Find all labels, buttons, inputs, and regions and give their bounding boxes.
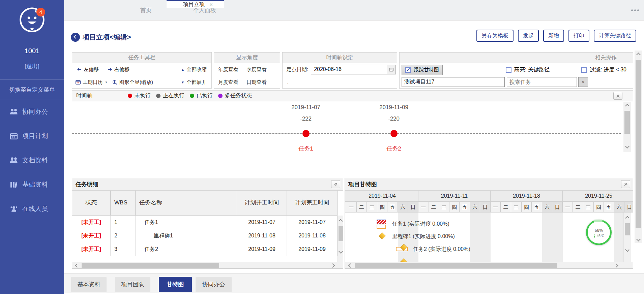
scroll-down-arrow[interactable] — [635, 235, 642, 243]
back-button[interactable] — [71, 33, 80, 42]
bottom-tab-project-team[interactable]: 项目团队 — [115, 277, 150, 292]
expand-right-panel-button[interactable] — [621, 180, 630, 188]
bottom-tab-gantt[interactable]: 甘特图 — [159, 277, 192, 292]
gantt-v-scrollbar[interactable] — [623, 213, 631, 262]
gantt-day-cell: 日 — [408, 202, 418, 212]
work-calendar-dropdown[interactable]: 工期日历 ▼ — [76, 79, 108, 86]
add-button[interactable]: 新增 — [543, 30, 564, 42]
track-gantt-toggle[interactable]: 跟踪甘特图 — [402, 65, 443, 75]
table-row[interactable]: [未开工] 1 任务1 2019-11-07 2019-11-07 — [72, 216, 338, 229]
track-gantt-checkbox[interactable] — [405, 67, 411, 73]
filter-progress-option[interactable]: 过滤: 进度 < 30 — [581, 66, 626, 73]
books-icon — [9, 181, 18, 188]
clear-search-button[interactable]: × — [578, 77, 588, 87]
scrollbar-thumb[interactable] — [355, 263, 557, 268]
search-task-input[interactable] — [507, 77, 577, 87]
highlight-critical-path-option[interactable]: 高亮: 关键路径 — [506, 66, 550, 73]
highlight-checkbox[interactable] — [506, 67, 511, 73]
fixed-date-input[interactable] — [311, 65, 387, 74]
sidebar-item-base-data[interactable]: 基础资料 — [0, 172, 64, 197]
gantt-row-label: 里程碑1 (实际进度 0.00%) — [392, 233, 455, 240]
performance-widget[interactable]: 68% 46°C — [586, 220, 612, 245]
scrollbar-thumb[interactable] — [82, 263, 219, 268]
scroll-left-arrow[interactable] — [74, 262, 80, 269]
sidebar-item-collab[interactable]: 协同办公 — [0, 100, 64, 124]
arrow-right-icon — [108, 67, 112, 71]
cell-wbs: 3 — [111, 242, 136, 256]
scroll-down-arrow[interactable] — [624, 246, 631, 253]
close-icon[interactable]: × — [209, 1, 213, 8]
scroll-down-arrow[interactable] — [623, 142, 631, 150]
task-dot[interactable] — [390, 130, 398, 137]
track-gantt-label: 跟踪甘特图 — [414, 67, 439, 73]
weekend-stripe — [542, 213, 563, 262]
save-as-template-button[interactable]: 另存为模板 — [476, 30, 514, 42]
gantt-milestone-diamond[interactable] — [379, 232, 386, 239]
scroll-right-arrow[interactable] — [613, 262, 619, 269]
calc-critical-path-button[interactable]: 计算关键路径 — [594, 30, 636, 42]
page-scrollbar[interactable] — [635, 51, 642, 243]
table-row[interactable]: [未开工] 3 任务2 2019-11-09 2019-11-09 — [72, 242, 338, 256]
gantt-actual-bar-task1[interactable] — [377, 225, 386, 229]
bottom-tab-collab[interactable]: 协同办公 — [196, 277, 232, 292]
gantt-plan-bar-task1[interactable] — [377, 220, 386, 224]
scrollbar-thumb[interactable] — [636, 60, 641, 228]
timeline-axis — [72, 133, 621, 134]
table-row[interactable]: [未开工] 2 里程碑1 2019-11-08 2019-11-08 — [72, 229, 338, 242]
collapse-all-button[interactable]: ▲ 全部收缩 — [181, 66, 207, 73]
notification-badge[interactable]: 4 — [36, 8, 45, 17]
view-month-button[interactable]: 月度查看 — [218, 79, 238, 86]
scroll-up-arrow[interactable] — [338, 218, 343, 224]
gantt-week-cell: 2019-11-04 — [346, 191, 418, 201]
shift-right-button[interactable]: 右偏移 — [108, 66, 129, 73]
timeline-canvas: 2019-11-07 -222 任务1 2019-11-09 -220 任务2 — [72, 101, 633, 174]
scroll-down-arrow[interactable] — [338, 248, 343, 255]
expand-all-button[interactable]: ▼ 全部展开 — [181, 79, 207, 86]
gantt-day-cell: 二 — [357, 202, 367, 212]
task-dot[interactable] — [302, 130, 310, 137]
gantt-day-cell: 二 — [429, 202, 439, 212]
view-angle-panel: 显示角度 年度查看 季度查看 月度查看 日期查看 — [214, 52, 280, 89]
date-picker-button[interactable] — [387, 65, 396, 74]
table-h-scrollbar[interactable] — [72, 262, 343, 269]
gantt-day-cell: 五 — [532, 202, 542, 212]
print-button[interactable]: 打印 — [568, 30, 589, 42]
chevron-down-icon: ▼ — [105, 81, 108, 84]
gantt-week-row: 2019-11-042019-11-112019-11-182019-11-25 — [345, 191, 633, 202]
shift-left-button[interactable]: 左偏移 — [77, 66, 99, 73]
triangle-down-icon: ▼ — [181, 80, 184, 84]
view-year-button[interactable]: 年度查看 — [218, 66, 238, 73]
sidebar-item-online-users[interactable]: 在线人员 — [0, 197, 64, 221]
sidebar-item-project-plan[interactable]: 项目计划 — [0, 124, 64, 148]
scroll-up-arrow[interactable] — [624, 215, 631, 221]
collapse-timeline-button[interactable] — [613, 92, 622, 100]
project-name-input[interactable] — [402, 77, 505, 87]
scrollbar-thumb[interactable] — [624, 111, 630, 134]
collapse-left-panel-button[interactable] — [331, 180, 340, 188]
initiate-button[interactable]: 发起 — [518, 30, 539, 42]
scroll-up-arrow[interactable] — [623, 102, 631, 110]
scrollbar-thumb[interactable] — [339, 226, 343, 241]
weekend-stripe — [470, 213, 491, 262]
switch-menu-button[interactable]: 切换至自定义菜单 — [0, 81, 64, 99]
view-date-button[interactable]: 日期查看 — [246, 79, 267, 86]
tab-project-active[interactable]: 项目立项 × — [167, 0, 224, 8]
sidebar-item-documents[interactable]: 文档资料 — [0, 148, 64, 172]
view-quarter-button[interactable]: 季度查看 — [246, 66, 267, 73]
gantt-day-cell: 日 — [480, 202, 491, 212]
tab-home[interactable]: 首页 — [140, 0, 152, 21]
gantt-h-scrollbar[interactable] — [345, 262, 633, 269]
scroll-up-arrow[interactable] — [635, 51, 642, 59]
fit-graph-button[interactable]: 图形全显(缩放) — [112, 79, 153, 86]
scroll-left-arrow[interactable] — [347, 262, 354, 269]
timeline-scrollbar[interactable] — [623, 102, 631, 152]
ellipsis-icon[interactable] — [631, 9, 639, 11]
cell-start: 2019-11-07 — [237, 216, 287, 229]
bottom-tab-basic-info[interactable]: 基本资料 — [71, 277, 107, 292]
cell-wbs: 2 — [111, 229, 136, 242]
filter-checkbox[interactable] — [581, 67, 587, 73]
table-v-scrollbar[interactable] — [338, 216, 343, 262]
scroll-right-arrow[interactable] — [329, 262, 336, 269]
logout-link[interactable]: [退出] — [0, 63, 64, 70]
scrollbar-thumb[interactable] — [625, 223, 630, 235]
